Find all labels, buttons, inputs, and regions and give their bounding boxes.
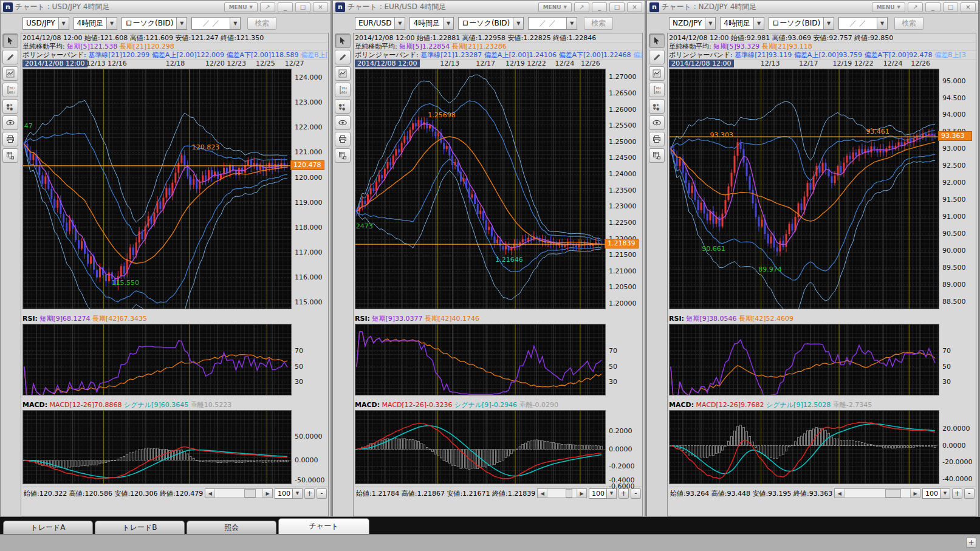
visibility-tool[interactable]	[649, 115, 665, 130]
symbol-select[interactable]: EUR/USD ▼	[355, 17, 405, 30]
zoom-select[interactable]: 100 ▼	[275, 488, 303, 499]
pencil-tool[interactable]	[335, 50, 351, 64]
scrollbar-track[interactable]	[215, 489, 262, 498]
symbol-select[interactable]: USD/JPY ▼	[22, 17, 69, 30]
chevron-down-icon[interactable]: ▼	[566, 18, 577, 29]
timeframe-select[interactable]: 4時間足 ▼	[409, 17, 454, 30]
chart-style-select[interactable]: ローソク(BID) ▼	[769, 17, 834, 30]
chart-scrollbar[interactable]: ◀ ▶	[537, 488, 587, 498]
tab-active-チャート[interactable]: チャート	[278, 518, 369, 534]
tab-トレードA[interactable]: トレードA	[3, 521, 93, 534]
minimize-button[interactable]: _	[592, 2, 607, 12]
chevron-down-icon[interactable]: ▼	[705, 18, 715, 29]
date-select[interactable]: ／ ／ ▼	[191, 17, 241, 30]
close-button[interactable]: ×	[313, 2, 328, 12]
chevron-down-icon[interactable]: ▼	[877, 18, 887, 29]
scroll-left-icon[interactable]: ◀	[205, 489, 215, 498]
scrollbar-thumb[interactable]	[566, 489, 572, 498]
chevron-down-icon[interactable]: ▼	[941, 488, 950, 499]
date-select[interactable]: ／ ／ ▼	[838, 17, 888, 30]
symbols-tool[interactable]: ●★♥●	[2, 99, 18, 114]
timeframe-select[interactable]: 4時間足 ▼	[720, 17, 764, 30]
chevron-down-icon[interactable]: ▼	[58, 18, 69, 29]
price-scale-tool[interactable]: 70.060.0	[649, 83, 665, 97]
add-window-button[interactable]: +	[966, 538, 976, 548]
macd-chart[interactable]	[22, 410, 292, 484]
zoom-out-button[interactable]: -	[964, 488, 975, 499]
search-button[interactable]: 検索	[894, 17, 923, 30]
chevron-down-icon[interactable]: ▼	[394, 18, 405, 29]
chevron-down-icon[interactable]: ▼	[443, 18, 453, 29]
symbols-tool[interactable]: ●★♥●	[649, 99, 665, 114]
pencil-tool[interactable]	[649, 50, 665, 64]
close-button[interactable]: ×	[627, 2, 642, 12]
popout-button[interactable]: ↗	[260, 2, 275, 12]
pencil-tool[interactable]	[2, 50, 18, 64]
chart-style-select[interactable]: ローソク(BID) ▼	[458, 17, 524, 30]
visibility-tool[interactable]	[2, 115, 18, 130]
export-data-tool[interactable]	[2, 148, 18, 163]
maximize-button[interactable]: □	[295, 2, 310, 12]
chart-style-select[interactable]: ローソク(BID) ▼	[122, 17, 187, 30]
menu-button[interactable]: MENU ▼	[872, 2, 905, 12]
scrollbar-track[interactable]	[845, 489, 910, 498]
menu-button[interactable]: MENU ▼	[538, 2, 572, 12]
scroll-right-icon[interactable]: ▶	[262, 489, 272, 498]
scrollbar-thumb[interactable]	[885, 489, 901, 498]
rsi-chart[interactable]	[22, 324, 292, 395]
minimize-button[interactable]: _	[278, 2, 293, 12]
maximize-button[interactable]: □	[943, 2, 958, 12]
chevron-down-icon[interactable]: ▼	[230, 18, 240, 29]
chevron-down-icon[interactable]: ▼	[823, 18, 834, 29]
chevron-down-icon[interactable]: ▼	[753, 18, 764, 29]
scrollbar-thumb[interactable]	[244, 489, 256, 498]
scroll-left-icon[interactable]: ◀	[538, 489, 547, 498]
cursor-tool[interactable]	[649, 33, 665, 48]
macd-chart[interactable]	[669, 410, 939, 484]
chevron-down-icon[interactable]: ▼	[513, 18, 523, 29]
visibility-tool[interactable]	[335, 115, 351, 130]
chart-scrollbar[interactable]: ◀ ▶	[834, 488, 920, 498]
price-scale-tool[interactable]: 70.060.0	[335, 83, 351, 97]
chart-scrollbar[interactable]: ◀ ▶	[205, 488, 273, 498]
minimize-button[interactable]: _	[925, 2, 941, 12]
chevron-down-icon[interactable]: ▼	[106, 18, 117, 29]
scroll-left-icon[interactable]: ◀	[835, 489, 845, 498]
indicator-chart-tool[interactable]	[335, 66, 351, 81]
zoom-in-button[interactable]: +	[304, 488, 315, 499]
export-data-tool[interactable]	[649, 148, 665, 163]
zoom-select[interactable]: 100 ▼	[922, 488, 950, 499]
zoom-out-button[interactable]: -	[317, 488, 327, 499]
tab-照会[interactable]: 照会	[187, 521, 276, 534]
scrollbar-track[interactable]	[547, 489, 577, 498]
window-titlebar[interactable]: n チャート : USD/JPY 4時間足 MENU ▼ ↗ _ □ ×	[1, 1, 331, 14]
chevron-down-icon[interactable]: ▼	[293, 488, 303, 499]
export-data-tool[interactable]	[335, 148, 351, 163]
candlestick-chart[interactable]: 47120.823115.550	[22, 69, 292, 309]
search-button[interactable]: 検索	[247, 17, 276, 30]
print-tool[interactable]	[649, 132, 665, 146]
popout-button[interactable]: ↗	[574, 2, 589, 12]
cursor-tool[interactable]	[335, 33, 351, 48]
candlestick-chart[interactable]: 24731.256981.21646	[355, 69, 606, 309]
print-tool[interactable]	[335, 132, 351, 146]
window-titlebar[interactable]: n チャート : EUR/USD 4時間足 MENU ▼ ↗ _ □ ×	[333, 1, 645, 14]
indicator-chart-tool[interactable]	[649, 66, 665, 81]
cursor-tool[interactable]	[2, 33, 18, 48]
price-scale-tool[interactable]: 70.060.0	[2, 83, 18, 97]
menu-button[interactable]: MENU ▼	[224, 2, 258, 12]
search-button[interactable]: 検索	[584, 17, 613, 30]
popout-button[interactable]: ↗	[908, 2, 923, 12]
timeframe-select[interactable]: 4時間足 ▼	[74, 17, 118, 30]
scroll-right-icon[interactable]: ▶	[910, 489, 920, 498]
macd-chart[interactable]	[355, 410, 606, 484]
zoom-in-button[interactable]: +	[952, 488, 962, 499]
tab-トレードB[interactable]: トレードB	[95, 521, 185, 534]
chevron-down-icon[interactable]: ▼	[176, 18, 187, 29]
print-tool[interactable]	[2, 132, 18, 146]
candlestick-chart[interactable]: 93.30393.46190.66189.974	[669, 69, 939, 309]
window-titlebar[interactable]: n チャート : NZD/JPY 4時間足 MENU ▼ ↗ _ □ ×	[647, 1, 978, 14]
date-select[interactable]: ／ ／ ▼	[528, 17, 577, 30]
rsi-chart[interactable]	[355, 324, 606, 395]
scroll-right-icon[interactable]: ▶	[577, 489, 586, 498]
